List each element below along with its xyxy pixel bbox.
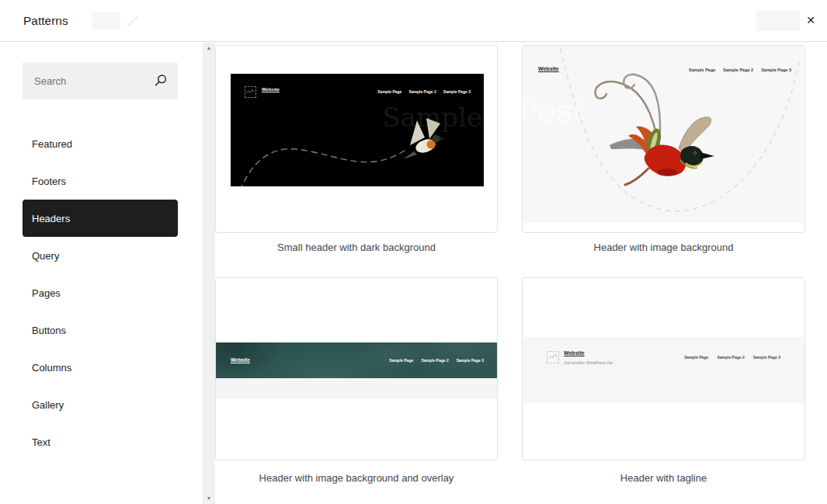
search-box <box>23 62 178 99</box>
pattern-title: Header with tagline <box>522 472 805 484</box>
site-logo-placeholder <box>547 351 559 363</box>
sidebar-item-headers[interactable]: Headers <box>23 200 178 237</box>
modal-title: Patterns <box>23 0 68 41</box>
preview-nav-item: Sample Page 3 <box>457 358 484 363</box>
scroll-down-icon[interactable]: ▼ <box>207 493 212 504</box>
preview-nav-item: Sample Page <box>689 68 715 72</box>
pattern-card-image-overlay[interactable]: Website Sample Page Sample Page 2 Sample… <box>215 277 498 461</box>
site-logo-placeholder <box>245 86 256 98</box>
sidebar-item-label: Pages <box>32 287 61 299</box>
ghost-pencil-icon <box>127 16 137 26</box>
sidebar-item-label: Headers <box>32 213 70 224</box>
preview-tagline-header: Website Just another WordPress site Samp… <box>523 337 804 403</box>
preview-site-title: Website <box>231 357 250 363</box>
sidebar-item-label: Query <box>32 250 59 262</box>
preview-nav-item: Sample Page <box>389 358 413 363</box>
sidebar-item-gallery[interactable]: Gallery <box>23 386 178 423</box>
preview-nav: Sample Page Sample Page 2 Sample Page 3 <box>689 68 791 72</box>
preview-nav-item: Sample Page 2 <box>723 68 753 72</box>
preview-site-title: Website <box>538 66 559 71</box>
preview-nav: Sample Page Sample Page 2 Sample Page 3 <box>684 355 780 360</box>
pattern-card-image-background[interactable]: Post Website <box>522 45 805 233</box>
sidebar-item-label: Gallery <box>32 399 64 411</box>
sidebar-item-query[interactable]: Query <box>23 237 178 274</box>
preview-nav-item: Sample Page <box>377 89 401 94</box>
search-icon <box>154 74 168 88</box>
preview-content-strip <box>216 378 497 398</box>
vertical-scrollbar[interactable]: ▲ ▼ <box>203 43 215 504</box>
sidebar-item-text[interactable]: Text <box>23 423 178 461</box>
pattern-sidebar: Featured Footers Headers Query Pages But… <box>23 62 178 461</box>
ghost-toolbar-item <box>92 12 120 30</box>
preview-nav-item: Sample Page 2 <box>717 355 744 360</box>
preview-overlay-header: Website Sample Page Sample Page 2 Sample… <box>216 342 497 378</box>
pattern-title: Header with image background <box>522 242 805 253</box>
preview-nav-item: Sample Page 2 <box>408 89 436 94</box>
sidebar-item-label: Featured <box>32 138 72 150</box>
category-list: Featured Footers Headers Query Pages But… <box>23 125 178 461</box>
sidebar-item-columns[interactable]: Columns <box>23 349 178 386</box>
sidebar-item-label: Columns <box>32 362 71 374</box>
preview-dark-header: Sample Website Sample Page Sample Page 2… <box>231 74 484 186</box>
sidebar-item-buttons[interactable]: Buttons <box>23 311 178 349</box>
preview-image-header: Post Website <box>523 46 804 223</box>
pattern-title: Header with image background and overlay <box>215 472 498 484</box>
preview-site-title: Website <box>262 87 280 92</box>
sidebar-item-label: Footers <box>32 176 66 187</box>
preview-nav: Sample Page Sample Page 2 Sample Page 3 <box>389 358 484 363</box>
pattern-card-tagline[interactable]: Website Just another WordPress site Samp… <box>522 277 805 461</box>
sidebar-item-label: Buttons <box>32 325 66 336</box>
pattern-title: Small header with dark background <box>215 242 498 253</box>
preview-nav-item: Sample Page 3 <box>443 89 471 94</box>
preview-nav: Sample Page Sample Page 2 Sample Page 3 <box>377 89 471 94</box>
ghost-toolbar-item <box>756 10 800 31</box>
pattern-card-small-header-dark[interactable]: Sample Website Sample Page Sample Page 2… <box>215 45 498 233</box>
scroll-up-icon[interactable]: ▲ <box>207 43 212 54</box>
preview-nav-item: Sample Page 3 <box>753 355 780 360</box>
preview-nav-item: Sample Page <box>684 355 708 360</box>
sidebar-item-featured[interactable]: Featured <box>23 125 178 162</box>
sidebar-item-pages[interactable]: Pages <box>23 274 178 311</box>
preview-nav-item: Sample Page 2 <box>421 358 448 363</box>
close-icon[interactable]: ✕ <box>801 10 821 30</box>
preview-tagline: Just another WordPress site <box>564 360 613 365</box>
preview-site-title: Website <box>564 350 585 356</box>
modal-header: Patterns ✕ <box>0 0 827 42</box>
bird-illustration <box>523 46 804 223</box>
sidebar-item-footers[interactable]: Footers <box>23 162 178 200</box>
patterns-modal: Patterns ✕ Featured Footers Headers Quer… <box>0 0 827 504</box>
sidebar-item-label: Text <box>32 436 50 448</box>
preview-nav-item: Sample Page 3 <box>761 68 791 72</box>
